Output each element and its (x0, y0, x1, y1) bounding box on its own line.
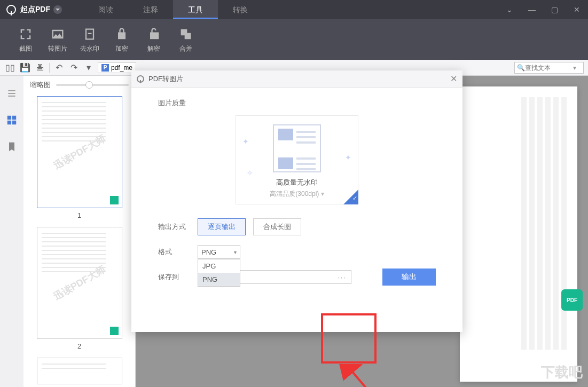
dialog-titlebar: PDF转图片 ✕ (131, 70, 462, 88)
sparkle-icon: ✧ (247, 169, 253, 177)
output-mode-label: 输出方式 (158, 222, 190, 232)
search-dropdown-icon[interactable]: ▾ (573, 64, 576, 72)
remove-watermark-icon (82, 26, 98, 42)
rail-bookmark-icon[interactable] (5, 140, 19, 154)
search-icon: 🔍 (517, 64, 525, 72)
format-dropdown-list: JPG PNG (198, 259, 240, 287)
format-option-jpg[interactable]: JPG (198, 259, 240, 273)
mode-per-page-button[interactable]: 逐页输出 (198, 218, 246, 235)
quality-title: 高质量无水印 (241, 178, 352, 187)
quality-card[interactable]: ✦ ✧ ✦ 高质量无水印 高清品质(300dpi) (236, 115, 358, 204)
view-mode-icon[interactable]: ▯▯ (4, 62, 16, 74)
print-icon[interactable]: 🖶 (34, 62, 46, 74)
minimize-button[interactable]: — (521, 0, 543, 19)
app-menu-dropdown[interactable] (53, 5, 62, 14)
tools-toolbar: 截图 转图片 去水印 加密 解密 合并 (0, 19, 588, 60)
tool-to-image[interactable]: 转图片 (42, 26, 74, 53)
dialog-close-button[interactable]: ✕ (450, 74, 457, 84)
quality-subtitle[interactable]: 高清品质(300dpi) (241, 189, 352, 199)
pdf-file-icon: P (101, 64, 109, 72)
tool-remove-watermark[interactable]: 去水印 (74, 26, 106, 53)
tab-read[interactable]: 阅读 (83, 0, 128, 19)
app-name: 起点PDF (20, 5, 50, 14)
tool-screenshot[interactable]: 截图 (10, 26, 42, 53)
mode-long-image-button[interactable]: 合成长图 (253, 218, 301, 235)
rail-thumbnails-icon[interactable] (5, 113, 19, 127)
pin-icon[interactable]: ⌄ (498, 0, 521, 19)
lock-icon (114, 26, 130, 42)
close-button[interactable]: ✕ (566, 0, 588, 19)
search-input[interactable]: 🔍 ▾ (514, 62, 584, 74)
format-option-png[interactable]: PNG (198, 273, 240, 286)
sparkle-icon: ✦ (345, 153, 351, 162)
rail-outline-icon[interactable] (5, 86, 19, 100)
dialog-logo-icon (137, 75, 144, 83)
export-button[interactable]: 输出 (382, 268, 436, 286)
selected-check-icon (343, 189, 358, 204)
thumbnail-panel: 缩略图 迅读PDF大师 1 迅读PDF大师 2 (23, 76, 136, 387)
merge-icon (178, 26, 194, 42)
left-rail (0, 76, 23, 387)
document-preview-icon (273, 124, 321, 172)
format-label: 格式 (158, 247, 190, 257)
file-tab[interactable]: P pdf_me (98, 62, 136, 73)
quality-section-label: 图片质量 (158, 98, 436, 108)
svg-rect-1 (12, 116, 16, 120)
sparkle-icon: ✦ (242, 137, 249, 146)
watermark-brand: 下载吧 (541, 363, 583, 382)
page-number-2: 2 (30, 342, 129, 350)
unlock-icon (146, 26, 162, 42)
pdf-badge-icon (110, 196, 119, 204)
format-combobox[interactable]: PNG (198, 245, 240, 259)
tab-tools[interactable]: 工具 (173, 0, 218, 19)
dialog-title: PDF转图片 (148, 74, 183, 84)
thumbnail-page-3[interactable] (37, 358, 122, 384)
svg-rect-0 (7, 116, 11, 120)
thumbnail-page-1[interactable]: 迅读PDF大师 (37, 96, 122, 208)
more-dropdown-icon[interactable]: ▾ (83, 62, 95, 74)
thumbnail-page-2[interactable]: 迅读PDF大师 (37, 227, 122, 339)
tab-annotate[interactable]: 注释 (128, 0, 173, 19)
thumbnail-size-slider[interactable] (56, 84, 129, 86)
browse-button[interactable]: ··· (338, 273, 347, 281)
page-preview (460, 86, 577, 382)
screenshot-icon (18, 26, 34, 42)
svg-rect-3 (12, 121, 16, 124)
page-number-1: 1 (30, 211, 129, 219)
tool-decrypt[interactable]: 解密 (138, 26, 170, 53)
app-logo-icon (6, 5, 16, 14)
pdf-badge-icon (110, 327, 119, 335)
redo-icon[interactable]: ↷ (68, 62, 80, 74)
thumbnail-title: 缩略图 (30, 80, 51, 90)
pdf-to-image-dialog: PDF转图片 ✕ 图片质量 ✦ ✧ ✦ 高质量无水印 高清品质(300dpi) … (131, 70, 462, 332)
save-to-label: 保存到 (158, 272, 190, 282)
save-icon[interactable]: 💾 (19, 62, 31, 74)
undo-icon[interactable]: ↶ (53, 62, 65, 74)
to-image-icon (50, 26, 66, 42)
pdf-download-badge[interactable] (561, 289, 583, 311)
window-controls: ⌄ — ▢ ✕ (498, 0, 588, 19)
svg-rect-2 (7, 121, 11, 124)
top-tabs: 阅读 注释 工具 转换 (83, 0, 263, 19)
tool-encrypt[interactable]: 加密 (106, 26, 138, 53)
tool-merge[interactable]: 合并 (170, 26, 202, 53)
title-bar: 起点PDF 阅读 注释 工具 转换 ⌄ — ▢ ✕ (0, 0, 588, 19)
tab-convert[interactable]: 转换 (218, 0, 263, 19)
maximize-button[interactable]: ▢ (543, 0, 566, 19)
